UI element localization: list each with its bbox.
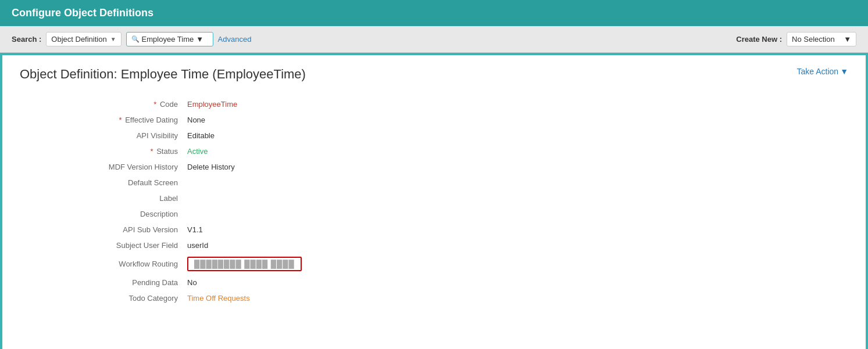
field-value: Delete History xyxy=(187,163,235,171)
pending-data-value: No xyxy=(183,275,848,290)
field-value: Editable xyxy=(187,131,215,140)
object-definition-title: Object Definition: Employee Time (Employ… xyxy=(20,67,306,82)
search-input-container[interactable]: 🔍 Employee Time ▼ xyxy=(126,32,213,46)
workflow-routing-label: Workflow Routing xyxy=(119,260,178,268)
form-row: * Effective DatingNone xyxy=(20,112,848,128)
field-value: V1.1 xyxy=(187,225,203,234)
required-asterisk: * xyxy=(153,100,159,109)
field-value: Active xyxy=(187,147,208,156)
form-row: API Sub VersionV1.1 xyxy=(20,222,848,238)
take-action-button[interactable]: Take Action ▼ xyxy=(797,67,848,76)
app-header: Configure Object Definitions xyxy=(0,0,868,26)
field-value: userId xyxy=(187,241,208,250)
required-asterisk: * xyxy=(150,147,155,156)
todo-category-label: Todo Category xyxy=(20,290,183,306)
workflow-value-wrapper: ████████ ████ ████ xyxy=(187,257,302,271)
form-row: MDF Version HistoryDelete History xyxy=(20,159,848,175)
required-asterisk: * xyxy=(119,116,124,124)
todo-category-row: Todo CategoryTime Off Requests xyxy=(20,290,848,306)
field-label: MDF Version History xyxy=(109,163,178,171)
form-row: * CodeEmployeeTime xyxy=(20,96,848,112)
search-type-arrow: ▼ xyxy=(110,36,116,42)
search-input-arrow: ▼ xyxy=(196,35,203,44)
form-row: Subject User FielduserId xyxy=(20,238,848,253)
pending-data-label: Pending Data xyxy=(20,275,183,290)
todo-category-value: Time Off Requests xyxy=(183,290,848,306)
advanced-link[interactable]: Advanced xyxy=(218,35,252,44)
search-type-dropdown[interactable]: Object Definition ▼ xyxy=(46,32,121,46)
field-label: Code xyxy=(160,100,178,109)
create-new-section: Create New : No Selection ▼ xyxy=(736,32,856,46)
field-label: Subject User Field xyxy=(116,241,178,250)
search-icon: 🔍 xyxy=(131,35,140,43)
create-new-label: Create New : xyxy=(736,35,782,44)
pending-data-row: Pending DataNo xyxy=(20,275,848,290)
field-label: Default Screen xyxy=(128,178,178,187)
form-row: * StatusActive xyxy=(20,143,848,159)
app-title: Configure Object Definitions xyxy=(12,7,153,19)
search-type-value: Object Definition xyxy=(51,35,106,44)
create-new-arrow: ▼ xyxy=(844,35,851,44)
workflow-value: ████████ ████ ████ xyxy=(194,260,295,268)
form-table: * CodeEmployeeTime* Effective DatingNone… xyxy=(20,96,848,306)
main-content: Object Definition: Employee Time (Employ… xyxy=(2,55,866,349)
field-value: EmployeeTime xyxy=(187,100,237,109)
search-bar: Search : Object Definition ▼ 🔍 Employee … xyxy=(0,26,868,53)
take-action-label: Take Action xyxy=(797,67,839,76)
form-row: API VisibilityEditable xyxy=(20,128,848,143)
field-label: Status xyxy=(156,147,178,156)
search-input-value: Employee Time xyxy=(142,35,194,44)
form-row: Default Screen xyxy=(20,175,848,190)
search-label: Search : xyxy=(12,35,41,44)
field-label: Label xyxy=(159,194,178,203)
page-header: Object Definition: Employee Time (Employ… xyxy=(20,67,848,82)
create-new-dropdown[interactable]: No Selection ▼ xyxy=(787,32,856,46)
take-action-arrow: ▼ xyxy=(840,67,848,76)
form-row: Label xyxy=(20,190,848,206)
field-label: API Visibility xyxy=(137,131,178,140)
field-value: None xyxy=(187,116,205,124)
create-new-value: No Selection xyxy=(792,35,835,44)
field-label: Description xyxy=(140,210,178,218)
form-row: Description xyxy=(20,206,848,222)
field-label: Effective Dating xyxy=(125,116,178,124)
field-label: API Sub Version xyxy=(123,225,178,234)
workflow-routing-row: Workflow Routing████████ ████ ████ xyxy=(20,253,848,275)
